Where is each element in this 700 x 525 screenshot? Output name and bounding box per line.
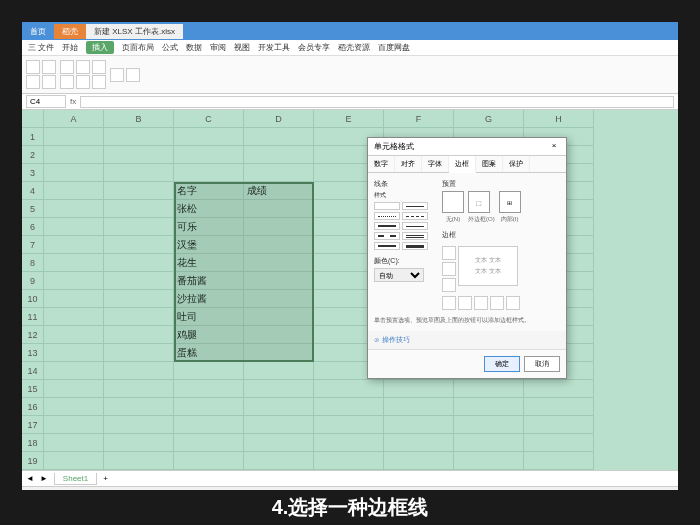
cell-A14[interactable] bbox=[44, 362, 104, 380]
ribbon-btn[interactable] bbox=[76, 75, 90, 89]
ribbon-btn[interactable] bbox=[92, 60, 106, 74]
preset-none[interactable] bbox=[442, 191, 464, 213]
name-box[interactable]: C4 bbox=[26, 95, 66, 108]
fx-icon[interactable]: fx bbox=[70, 97, 76, 106]
row-header-5[interactable]: 5 bbox=[22, 200, 44, 218]
cell-D7[interactable] bbox=[244, 236, 314, 254]
menu-vip[interactable]: 会员专享 bbox=[298, 42, 330, 53]
cell-A8[interactable] bbox=[44, 254, 104, 272]
cell-B1[interactable] bbox=[104, 128, 174, 146]
cell-D9[interactable] bbox=[244, 272, 314, 290]
border-right-btn[interactable] bbox=[490, 296, 504, 310]
border-top-btn[interactable] bbox=[442, 246, 456, 260]
cell-B16[interactable] bbox=[104, 398, 174, 416]
cell-B17[interactable] bbox=[104, 416, 174, 434]
cell-D1[interactable] bbox=[244, 128, 314, 146]
cell-D17[interactable] bbox=[244, 416, 314, 434]
cell-F18[interactable] bbox=[384, 434, 454, 452]
cell-D13[interactable] bbox=[244, 344, 314, 362]
cell-D12[interactable] bbox=[244, 326, 314, 344]
row-header-9[interactable]: 9 bbox=[22, 272, 44, 290]
border-left-btn[interactable] bbox=[458, 296, 472, 310]
color-dropdown[interactable]: 自动 bbox=[374, 268, 424, 282]
cell-D19[interactable] bbox=[244, 452, 314, 470]
cell-A5[interactable] bbox=[44, 200, 104, 218]
row-header-14[interactable]: 14 bbox=[22, 362, 44, 380]
menu-review[interactable]: 审阅 bbox=[210, 42, 226, 53]
cell-B18[interactable] bbox=[104, 434, 174, 452]
cell-C6[interactable]: 可乐 bbox=[174, 218, 244, 236]
help-link[interactable]: ⊙ 操作技巧 bbox=[368, 331, 566, 349]
cell-A3[interactable] bbox=[44, 164, 104, 182]
sheet-tab-1[interactable]: Sheet1 bbox=[54, 473, 97, 485]
border-diag1-btn[interactable] bbox=[442, 296, 456, 310]
cell-G17[interactable] bbox=[454, 416, 524, 434]
cell-A15[interactable] bbox=[44, 380, 104, 398]
row-header-11[interactable]: 11 bbox=[22, 308, 44, 326]
ribbon-btn[interactable] bbox=[60, 60, 74, 74]
ribbon-btn[interactable] bbox=[42, 75, 56, 89]
cell-C17[interactable] bbox=[174, 416, 244, 434]
tab-border[interactable]: 边框 bbox=[449, 156, 476, 173]
cell-D8[interactable] bbox=[244, 254, 314, 272]
row-header-8[interactable]: 8 bbox=[22, 254, 44, 272]
cell-G18[interactable] bbox=[454, 434, 524, 452]
row-header-18[interactable]: 18 bbox=[22, 434, 44, 452]
cell-D2[interactable] bbox=[244, 146, 314, 164]
dialog-close-button[interactable]: × bbox=[548, 141, 560, 152]
cell-C11[interactable]: 吐司 bbox=[174, 308, 244, 326]
cell-A2[interactable] bbox=[44, 146, 104, 164]
cell-A17[interactable] bbox=[44, 416, 104, 434]
col-header-H[interactable]: H bbox=[524, 110, 594, 128]
row-header-16[interactable]: 16 bbox=[22, 398, 44, 416]
cell-E16[interactable] bbox=[314, 398, 384, 416]
menu-layout[interactable]: 页面布局 bbox=[122, 42, 154, 53]
preset-inside[interactable]: ⊞ bbox=[499, 191, 521, 213]
cell-A13[interactable] bbox=[44, 344, 104, 362]
cell-G19[interactable] bbox=[454, 452, 524, 470]
select-all-corner[interactable] bbox=[22, 110, 44, 128]
ribbon-btn[interactable] bbox=[92, 75, 106, 89]
tab-pattern[interactable]: 图案 bbox=[476, 156, 503, 172]
menu-formula[interactable]: 公式 bbox=[162, 42, 178, 53]
cell-D11[interactable] bbox=[244, 308, 314, 326]
cell-C9[interactable]: 番茄酱 bbox=[174, 272, 244, 290]
line-style-7[interactable] bbox=[402, 232, 428, 240]
border-mid-btn[interactable] bbox=[442, 262, 456, 276]
cell-C7[interactable]: 汉堡 bbox=[174, 236, 244, 254]
cell-C14[interactable] bbox=[174, 362, 244, 380]
cell-A11[interactable] bbox=[44, 308, 104, 326]
cell-E19[interactable] bbox=[314, 452, 384, 470]
cell-A16[interactable] bbox=[44, 398, 104, 416]
row-header-3[interactable]: 3 bbox=[22, 164, 44, 182]
cell-C10[interactable]: 沙拉酱 bbox=[174, 290, 244, 308]
cell-A7[interactable] bbox=[44, 236, 104, 254]
col-header-F[interactable]: F bbox=[384, 110, 454, 128]
row-header-12[interactable]: 12 bbox=[22, 326, 44, 344]
menu-devtools[interactable]: 开发工具 bbox=[258, 42, 290, 53]
tab-docer[interactable]: 稻壳 bbox=[54, 24, 86, 39]
formula-input[interactable] bbox=[80, 96, 674, 108]
menu-file[interactable]: 三 文件 bbox=[28, 42, 54, 53]
cell-C16[interactable] bbox=[174, 398, 244, 416]
border-vmid-btn[interactable] bbox=[474, 296, 488, 310]
ribbon-btn[interactable] bbox=[60, 75, 74, 89]
menu-baidu[interactable]: 百度网盘 bbox=[378, 42, 410, 53]
cell-A18[interactable] bbox=[44, 434, 104, 452]
cell-A12[interactable] bbox=[44, 326, 104, 344]
tab-active-file[interactable]: 新建 XLSX 工作表.xlsx bbox=[86, 24, 183, 39]
nav-prev-icon[interactable]: ◄ bbox=[26, 474, 34, 483]
cell-B4[interactable] bbox=[104, 182, 174, 200]
line-style-4[interactable] bbox=[374, 222, 400, 230]
line-style-5[interactable] bbox=[402, 222, 428, 230]
border-diag2-btn[interactable] bbox=[506, 296, 520, 310]
row-header-7[interactable]: 7 bbox=[22, 236, 44, 254]
cell-D5[interactable] bbox=[244, 200, 314, 218]
cell-A4[interactable] bbox=[44, 182, 104, 200]
col-header-E[interactable]: E bbox=[314, 110, 384, 128]
tab-home[interactable]: 首页 bbox=[22, 24, 54, 39]
cell-B13[interactable] bbox=[104, 344, 174, 362]
preset-outline[interactable]: ⬚ bbox=[468, 191, 490, 213]
tab-font[interactable]: 字体 bbox=[422, 156, 449, 172]
row-header-6[interactable]: 6 bbox=[22, 218, 44, 236]
